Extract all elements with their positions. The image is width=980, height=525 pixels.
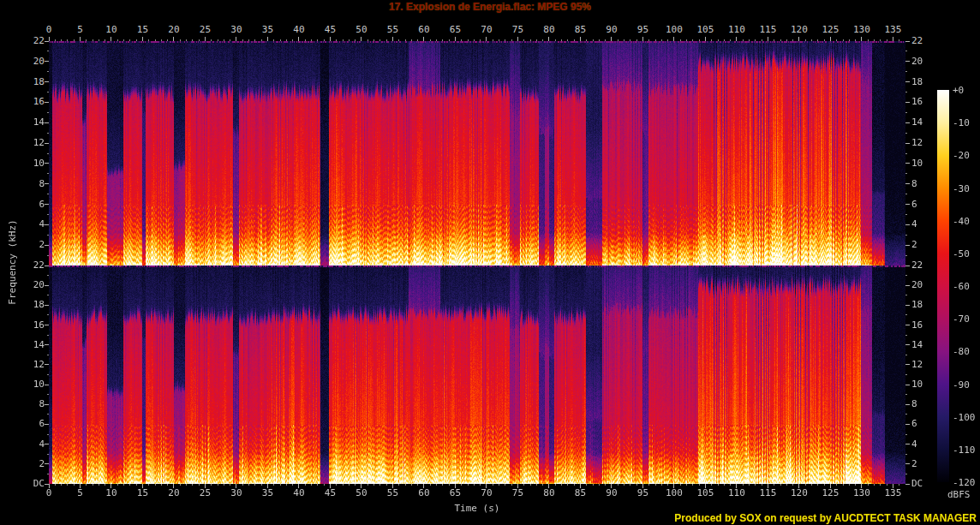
time-tick — [55, 484, 56, 486]
time-tick — [642, 37, 643, 41]
time-tick-label: 35 — [254, 25, 280, 35]
time-tick — [468, 39, 469, 41]
time-tick — [874, 484, 875, 486]
time-tick — [899, 39, 899, 41]
time-tick — [505, 39, 505, 41]
time-tick — [155, 484, 156, 486]
time-tick — [199, 39, 200, 41]
time-tick — [117, 484, 118, 486]
time-tick-label: 55 — [379, 488, 405, 498]
time-tick-label: 60 — [411, 25, 437, 35]
freq-tick-label: 12 — [911, 360, 923, 370]
freq-tick-label: 18 — [911, 77, 923, 87]
colorbar-unit-label: dBFS — [947, 489, 971, 500]
colorbar-tick-label: -80 — [953, 346, 970, 357]
time-tick — [493, 484, 493, 486]
time-tick — [379, 484, 380, 486]
time-tick-label: 90 — [599, 488, 624, 498]
time-tick-label: 35 — [254, 488, 280, 498]
freq-tick — [905, 275, 907, 276]
time-tick — [449, 39, 450, 41]
colorbar-tick-label: -10 — [953, 117, 970, 128]
time-tick — [624, 484, 624, 486]
time-tick — [880, 39, 881, 41]
freq-tick — [45, 163, 49, 164]
time-tick — [405, 484, 406, 486]
time-tick — [673, 37, 674, 41]
time-tick — [336, 484, 337, 486]
colorbar — [937, 90, 949, 482]
freq-tick-label: 8 — [911, 179, 917, 189]
time-tick-label: 20 — [161, 488, 187, 498]
time-tick — [730, 484, 731, 486]
freq-tick — [905, 245, 910, 246]
freq-tick-label: 20 — [911, 280, 923, 290]
time-tick — [811, 484, 812, 486]
time-tick-label: 45 — [317, 488, 343, 498]
freq-tick — [905, 102, 910, 103]
time-tick — [417, 484, 418, 486]
time-tick — [624, 39, 624, 41]
freq-tick-label: 2 — [21, 459, 45, 469]
time-tick-label: 100 — [661, 25, 687, 35]
time-tick — [718, 39, 719, 41]
time-tick — [280, 39, 281, 41]
freq-tick-label: 22 — [21, 260, 45, 271]
freq-tick — [47, 92, 49, 92]
time-tick — [186, 39, 187, 41]
time-tick-label: 110 — [724, 25, 750, 35]
colorbar-tick-label: -110 — [953, 444, 976, 456]
freq-tick-label: 2 — [911, 240, 917, 250]
time-tick — [123, 484, 124, 486]
time-tick — [436, 39, 437, 41]
time-tick-label: 120 — [786, 488, 812, 498]
freq-tick — [905, 265, 910, 266]
time-tick — [224, 484, 224, 486]
time-tick — [736, 37, 737, 41]
time-tick — [211, 39, 212, 41]
time-tick — [648, 39, 649, 41]
colorbar-tick-label: -70 — [953, 313, 970, 325]
time-tick — [343, 39, 344, 41]
freq-tick — [905, 484, 910, 485]
page-title: 17. Explosion de Energia.flac: MPEG 95% — [0, 1, 980, 13]
time-tick-label: 95 — [630, 25, 655, 35]
time-tick — [386, 39, 387, 41]
colorbar-tick-label: -50 — [953, 248, 970, 260]
freq-tick-label: 16 — [21, 97, 45, 107]
time-tick — [180, 484, 181, 486]
time-tick-label: 90 — [599, 25, 624, 35]
time-tick — [86, 484, 87, 486]
time-tick — [161, 484, 162, 486]
time-tick-label: 40 — [286, 488, 312, 498]
time-tick — [536, 484, 537, 486]
freq-tick — [47, 335, 49, 336]
time-tick — [843, 484, 844, 486]
time-tick — [155, 39, 156, 41]
freq-tick-label: 22 — [911, 260, 923, 271]
time-tick-label: 105 — [692, 488, 718, 498]
freq-tick — [45, 305, 49, 306]
time-tick — [349, 484, 350, 486]
freq-tick-label: 16 — [21, 320, 45, 331]
freq-tick — [905, 235, 907, 236]
time-tick — [411, 39, 412, 41]
time-tick — [136, 484, 137, 486]
time-tick — [398, 484, 399, 486]
time-tick — [755, 484, 756, 486]
time-tick — [61, 39, 62, 41]
time-tick-label: 25 — [192, 25, 218, 35]
time-tick — [780, 39, 781, 41]
time-tick — [93, 484, 93, 486]
time-tick — [743, 484, 744, 486]
time-tick — [74, 39, 75, 41]
time-tick-label: 75 — [505, 25, 530, 35]
time-tick — [211, 484, 212, 486]
time-tick — [305, 484, 306, 486]
time-tick — [655, 484, 656, 486]
time-tick — [286, 39, 287, 41]
time-tick — [836, 484, 837, 486]
freq-tick — [47, 255, 49, 256]
time-tick — [148, 484, 149, 486]
time-tick-label: 5 — [67, 25, 93, 35]
